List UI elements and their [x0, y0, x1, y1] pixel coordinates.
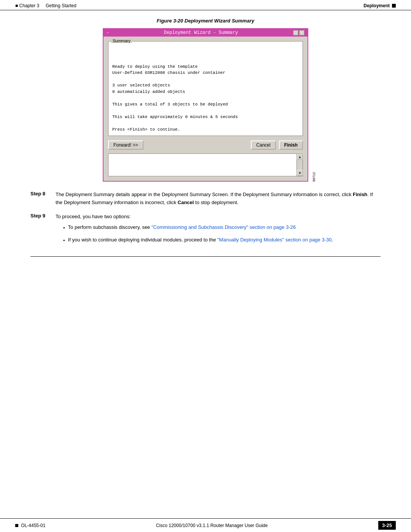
header-section: Deployment [363, 3, 396, 8]
chapter-indicator: ■ [15, 3, 18, 8]
figure-number-text: 89712 [312, 172, 316, 182]
section-label: Deployment [363, 3, 390, 8]
page-content: Figure 3-20 Deployment Wizard Summary − … [0, 10, 411, 272]
dialog-minimize-icon[interactable]: − [107, 31, 109, 35]
dialog-right-buttons: Cancel Finish [251, 141, 303, 150]
step-9-row: Step 9 To proceed, you have two options:… [30, 213, 381, 249]
footer-square-icon [15, 524, 18, 527]
forward-button[interactable]: Forward! >> [108, 141, 143, 150]
finish-button[interactable]: Finish [279, 141, 303, 150]
step-8-label: Step 8 [30, 191, 49, 197]
commissioning-link[interactable]: "Commissioning and Subchassis Discovery"… [151, 224, 296, 230]
dialog-body: Summary Ready to deploy using the templa… [104, 37, 307, 181]
step-8-content: The Deployment Summary details appear in… [56, 191, 381, 207]
cancel-button[interactable]: Cancel [251, 141, 276, 150]
footer-page-number: 3-25 [378, 521, 396, 530]
dialog-close-button[interactable]: × [299, 30, 304, 35]
bullet-item-2: • If you wish to continue deploying indi… [63, 236, 381, 245]
page-footer: OL-4455-01 Cisco 12000/10700 v3.1.1 Rout… [0, 518, 411, 532]
manually-deploying-link[interactable]: "Manually Deploying Modules" section on … [217, 237, 331, 243]
summary-group-label: Summary [111, 38, 132, 43]
footer-left: OL-4455-01 [15, 523, 45, 528]
footer-center-text: Cisco 12000/10700 v3.1.1 Router Manager … [156, 523, 268, 528]
dialog-buttons-row: Forward! >> Cancel Finish [108, 141, 303, 150]
summary-group: Ready to deploy using the template User-… [108, 41, 303, 136]
page-header: ■ Chapter 3 Getting Started Deployment [0, 0, 411, 10]
figure-caption-text: Figure 3-20 Deployment Wizard Summary [157, 18, 254, 24]
deployment-wizard-dialog: − Deployment Wizard - Summary □ × Summar… [103, 28, 308, 182]
bullet-1-content: To perform subchassis discovery, see "Co… [68, 224, 296, 232]
dialog-title: Deployment Wizard - Summary [164, 30, 238, 35]
steps-section: Step 8 The Deployment Summary details ap… [30, 191, 381, 249]
step-8-text-before: The Deployment Summary details appear in… [56, 192, 353, 197]
chapter-title: Getting Started [46, 3, 76, 8]
figure-number: 89712 [312, 172, 316, 182]
scroll-up-button[interactable]: ▲ [297, 154, 303, 160]
dialog-wrapper: − Deployment Wizard - Summary □ × Summar… [30, 28, 381, 182]
bullet-2-text-after: . [331, 237, 333, 243]
dialog-scrollbar: ▲ ▼ [296, 154, 303, 176]
dialog-titlebar: − Deployment Wizard - Summary □ × [104, 29, 307, 37]
figure-caption: Figure 3-20 Deployment Wizard Summary [30, 18, 381, 24]
bullet-dot-1: • [63, 224, 65, 232]
bullet-1-text-before: To perform subchassis discovery, see [68, 224, 151, 230]
header-square-icon [392, 4, 396, 8]
step-8-row: Step 8 The Deployment Summary details ap… [30, 191, 381, 207]
bullet-list: • To perform subchassis discovery, see "… [63, 224, 381, 245]
step-8-text-after: to stop deployment. [194, 200, 238, 205]
step-8-bold2: Cancel [178, 200, 194, 205]
step-8-bold1: Finish [353, 192, 367, 197]
step-9-text: To proceed, you have two options: [56, 214, 131, 219]
header-chapter: ■ Chapter 3 Getting Started [15, 3, 76, 8]
step-9-label: Step 9 [30, 213, 49, 219]
bullet-2-content: If you wish to continue deploying indivi… [68, 236, 333, 245]
dialog-restore-button[interactable]: □ [293, 30, 298, 35]
dialog-bottom-area: ▲ ▼ [108, 153, 303, 176]
summary-group-container: Summary Ready to deploy using the templa… [108, 41, 303, 136]
bullet-2-text-before: If you wish to continue deploying indivi… [68, 237, 217, 243]
bullet-dot-2: • [63, 237, 65, 245]
chapter-label: Chapter 3 [19, 3, 40, 8]
dialog-outer: − Deployment Wizard - Summary □ × Summar… [103, 28, 308, 182]
dialog-controls: □ × [293, 30, 304, 35]
section-divider [30, 256, 381, 257]
scroll-down-button[interactable]: ▼ [297, 170, 303, 176]
summary-text: Ready to deploy using the template User-… [112, 45, 299, 133]
footer-doc-id: OL-4455-01 [21, 523, 45, 528]
step-9-content: To proceed, you have two options: • To p… [56, 213, 381, 249]
bullet-item-1: • To perform subchassis discovery, see "… [63, 224, 381, 232]
